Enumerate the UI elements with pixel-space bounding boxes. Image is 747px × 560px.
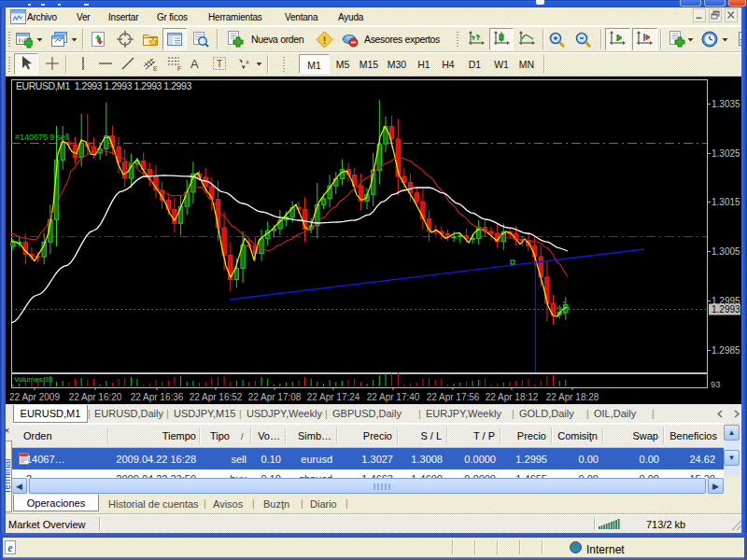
svg-text:1.3025: 1.3025 [712,148,740,159]
svg-text:93: 93 [711,379,721,389]
svg-text:22 Apr 17:40: 22 Apr 17:40 [367,392,420,402]
svg-text:EURUSD,M1 1.2993 1.2993 1.299: EURUSD,M1 1.2993 1.2993 1.2993 1.2993 [16,80,191,91]
svg-text:22 Apr 16:36: 22 Apr 16:36 [131,392,184,402]
svg-text:22 Apr 17:56: 22 Apr 17:56 [427,392,480,402]
svg-text:!: ! [323,35,327,46]
svg-text:1.3035: 1.3035 [712,99,740,109]
svg-text:1.2993: 1.2993 [712,304,740,315]
svg-text:Volumes 93: Volumes 93 [14,375,53,384]
svg-text:E: E [153,65,158,72]
svg-text:22 Apr 18:12: 22 Apr 18:12 [486,392,539,402]
svg-text:1.3005: 1.3005 [712,246,740,257]
svg-text:22 Apr 17:08: 22 Apr 17:08 [248,392,302,402]
svg-text:22 Apr 2009: 22 Apr 2009 [9,392,60,402]
svg-text:22 Apr 16:52: 22 Apr 16:52 [190,392,243,402]
svg-text:22 Apr 16:20: 22 Apr 16:20 [69,392,122,402]
svg-text:1.2985: 1.2985 [712,345,740,356]
svg-text:1.3015: 1.3015 [712,197,740,207]
svg-text:T: T [217,59,222,69]
svg-text:#140675 9 sell: #140675 9 sell [15,132,69,142]
svg-text:22 Apr 17:24: 22 Apr 17:24 [307,392,360,402]
svg-text:22 Apr 18:28: 22 Apr 18:28 [546,392,599,402]
svg-text:e: e [7,541,13,554]
svg-text:F: F [177,65,181,72]
